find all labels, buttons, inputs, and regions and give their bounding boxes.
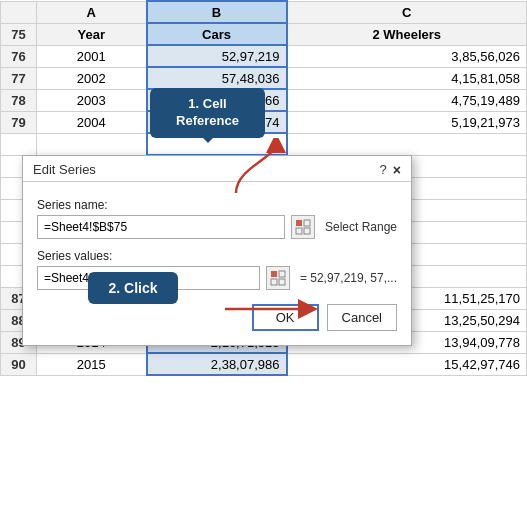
table-row: 90 2015 2,38,07,986 15,42,97,746 — [1, 353, 527, 375]
row-num-77: 77 — [1, 67, 37, 89]
edit-series-dialog: Edit Series ? × Series name: Select Rang… — [22, 155, 412, 346]
svg-rect-6 — [271, 279, 277, 285]
series-values-label: Series values: — [37, 249, 397, 263]
table-row: 76 2001 52,97,219 3,85,56,026 — [1, 45, 527, 67]
svg-rect-3 — [304, 228, 310, 234]
col-header-c: C — [287, 1, 527, 23]
row-num-90: 90 — [1, 353, 37, 375]
series-values-preview: = 52,97,219, 57,... — [300, 271, 397, 285]
cell-a90[interactable]: 2015 — [37, 353, 147, 375]
series-name-range-button[interactable] — [291, 215, 315, 239]
row-num-75: 75 — [1, 23, 37, 45]
cell-c75: 2 Wheelers — [287, 23, 527, 45]
cell-b77[interactable]: 57,48,036 — [147, 67, 287, 89]
dialog-controls: ? × — [380, 162, 401, 177]
dialog-close-button[interactable]: × — [393, 163, 401, 177]
cell-c90: 15,42,97,746 — [287, 353, 527, 375]
svg-rect-7 — [279, 279, 285, 285]
cell-a78[interactable]: 2003 — [37, 89, 147, 111]
col-header-b: B — [147, 1, 287, 23]
cell-c76: 3,85,56,026 — [287, 45, 527, 67]
series-name-row: Select Range — [37, 215, 397, 239]
row-num-79: 79 — [1, 111, 37, 133]
dialog-help-button[interactable]: ? — [380, 162, 387, 177]
col-header-row — [1, 1, 37, 23]
svg-rect-5 — [279, 271, 285, 277]
svg-rect-1 — [304, 220, 310, 226]
svg-rect-0 — [296, 220, 302, 226]
table-row: 75 Year Cars 2 Wheelers — [1, 23, 527, 45]
table-row: 77 2002 57,48,036 4,15,81,058 — [1, 67, 527, 89]
cell-b75[interactable]: Cars — [147, 23, 287, 45]
cell-a79[interactable]: 2004 — [37, 111, 147, 133]
col-header-a: A — [37, 1, 147, 23]
dialog-title: Edit Series — [33, 162, 96, 177]
series-name-label: Series name: — [37, 198, 397, 212]
row-num-76: 76 — [1, 45, 37, 67]
svg-rect-2 — [296, 228, 302, 234]
select-range-label: Select Range — [325, 220, 397, 234]
row-num-78: 78 — [1, 89, 37, 111]
ok-button[interactable]: OK — [252, 304, 319, 331]
series-name-input[interactable] — [37, 215, 285, 239]
cell-c77: 4,15,81,058 — [287, 67, 527, 89]
cell-b90[interactable]: 2,38,07,986 — [147, 353, 287, 375]
cell-c79: 5,19,21,973 — [287, 111, 527, 133]
cell-a76[interactable]: 2001 — [37, 45, 147, 67]
dialog-body: Series name: Select Range Series values: — [23, 190, 411, 345]
click-callout: 2. Click — [88, 272, 178, 304]
cell-a77[interactable]: 2002 — [37, 67, 147, 89]
cell-c78: 4,75,19,489 — [287, 89, 527, 111]
cell-a75[interactable]: Year — [37, 23, 147, 45]
cancel-button[interactable]: Cancel — [327, 304, 397, 331]
range-icon — [295, 219, 311, 235]
dialog-buttons: OK Cancel — [37, 304, 397, 331]
series-values-range-button[interactable] — [266, 266, 290, 290]
svg-rect-4 — [271, 271, 277, 277]
dialog-titlebar: Edit Series ? × — [23, 156, 411, 181]
cell-b76[interactable]: 52,97,219 — [147, 45, 287, 67]
cell-reference-callout: 1. Cell Reference — [150, 88, 265, 138]
range-icon-2 — [270, 270, 286, 286]
